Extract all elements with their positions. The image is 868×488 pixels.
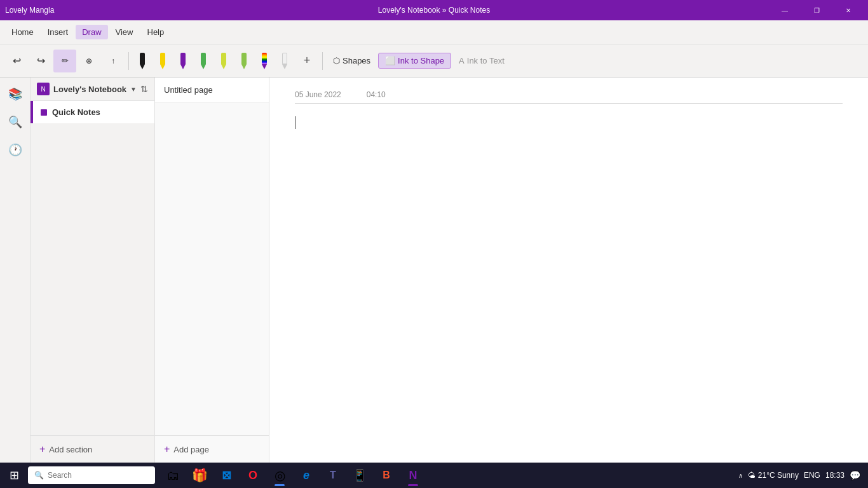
page-list: Untitled page	[155, 78, 269, 435]
add-page-label: Add page	[173, 445, 209, 454]
pen-olive[interactable]	[234, 50, 254, 72]
lasso-select-button[interactable]: ✏	[53, 50, 76, 72]
opera-icon: O	[248, 469, 257, 482]
section-panel: N Lovely's Notebook ▼ ⇅ Quick Notes + Ad…	[31, 78, 155, 463]
pen-purple[interactable]	[173, 50, 193, 72]
menu-insert[interactable]: Insert	[41, 25, 75, 39]
eraser-circle-button[interactable]: ⊕	[78, 50, 100, 72]
add-section-icon: +	[39, 444, 45, 455]
taskbar-app-widgets[interactable]: 🎁	[187, 463, 212, 488]
add-page-button[interactable]: + Add page	[155, 435, 269, 463]
user-section: Lovely Mangla	[5, 6, 54, 15]
add-pen-button[interactable]: +	[295, 50, 318, 72]
notebook-header[interactable]: N Lovely's Notebook ▼ ⇅	[31, 78, 154, 101]
pen-green[interactable]	[194, 50, 213, 72]
tray-expand-icon[interactable]: ∧	[738, 472, 743, 479]
notebooks-icon[interactable]: 📚	[4, 83, 27, 105]
menu-help[interactable]: Help	[141, 25, 171, 39]
user-name: Lovely Mangla	[5, 6, 54, 15]
taskbar-app-opera[interactable]: O	[240, 463, 266, 488]
pen-black[interactable]	[133, 50, 152, 72]
edge-icon: e	[303, 469, 309, 482]
ink-to-shape-button[interactable]: ⬜ Ink to Shape	[378, 53, 451, 69]
taskbar: ⊞ 🔍 🗂 🎁 ⊠ O ◎ e T	[0, 463, 868, 488]
notification-icon[interactable]: 💬	[850, 470, 860, 480]
search-rail-icon[interactable]: 🔍	[4, 111, 27, 133]
page-date-line: 05 June 2022 04:10	[295, 90, 843, 104]
ink-to-text-icon: A	[459, 56, 465, 65]
taskbar-apps: 🗂 🎁 ⊠ O ◎ e T 📱 B	[160, 463, 426, 488]
taskbar-app-explorer[interactable]: 🗂	[160, 463, 186, 488]
add-section-label: Add section	[49, 445, 92, 454]
taskbar-app-onenote[interactable]: N	[400, 463, 426, 488]
ink-to-text-label: Ink to Text	[467, 56, 505, 65]
explorer-icon: 🗂	[166, 468, 179, 483]
content-area[interactable]: 05 June 2022 04:10	[269, 78, 868, 463]
redo-button[interactable]: ↪	[29, 50, 52, 72]
section-item-quick-notes[interactable]: Quick Notes	[31, 101, 154, 123]
section-label: Quick Notes	[52, 107, 100, 117]
menu-view[interactable]: View	[109, 25, 140, 39]
pen-lime[interactable]	[214, 50, 233, 72]
weather-info: 🌤 21°C Sunny	[748, 471, 799, 480]
eraser-up-button[interactable]: ↑	[102, 50, 125, 72]
notebook-icon: N	[37, 83, 50, 95]
onenote-indicator	[408, 484, 418, 486]
titlebar: Lovely Mangla Lovely's Notebook » Quick …	[0, 0, 868, 20]
add-section-button[interactable]: + Add section	[31, 435, 154, 463]
add-page-icon: +	[164, 444, 170, 455]
menu-home[interactable]: Home	[5, 25, 40, 39]
sys-tray: ∧ 🌤 21°C Sunny ENG 18:33 💬	[738, 470, 865, 480]
page-time: 04:10	[367, 90, 386, 99]
onenote-icon: N	[409, 469, 417, 482]
clock: 18:33	[825, 471, 844, 480]
pen-yellow[interactable]	[153, 50, 172, 72]
history-icon[interactable]: 🕐	[4, 139, 27, 161]
page-panel: Untitled page + Add page	[155, 78, 269, 463]
whatsapp-icon: 📱	[353, 468, 367, 482]
toolbar: ↩ ↪ ✏ ⊕ ↑	[0, 44, 868, 78]
undo-button[interactable]: ↩	[5, 50, 28, 72]
menu-draw[interactable]: Draw	[76, 25, 107, 39]
taskbar-app-store[interactable]: ⊠	[214, 463, 239, 488]
taskbar-app-edge[interactable]: e	[294, 463, 319, 488]
section-list: Quick Notes	[31, 101, 154, 435]
taskbar-app-chrome[interactable]: ◎	[267, 463, 292, 488]
menubar: Home Insert Draw View Help	[0, 20, 868, 44]
ink-to-text-button[interactable]: A Ink to Text	[452, 53, 511, 68]
widgets-icon: 🎁	[192, 468, 208, 483]
taskbar-app-brave[interactable]: B	[374, 463, 399, 488]
toolbar-separator-2	[322, 52, 323, 70]
notebook-dropdown-icon: ▼	[130, 86, 137, 93]
section-color-dot	[41, 109, 47, 116]
notebook-name: Lovely's Notebook	[53, 85, 126, 94]
shapes-button[interactable]: ⬡ Shapes	[327, 53, 377, 68]
search-icon: 🔍	[34, 471, 44, 480]
minimize-button[interactable]: —	[770, 0, 799, 20]
close-button[interactable]: ✕	[834, 0, 863, 20]
icon-rail: 📚 🔍 🕐	[0, 78, 31, 463]
taskbar-app-teams[interactable]: T	[320, 463, 346, 488]
chrome-indicator	[275, 484, 285, 486]
page-content: 05 June 2022 04:10	[269, 78, 868, 463]
ink-to-shape-icon: ⬜	[385, 56, 395, 65]
ink-to-shape-label: Ink to Shape	[398, 56, 444, 65]
sort-icon[interactable]: ⇅	[140, 84, 148, 94]
taskbar-search[interactable]: 🔍	[28, 466, 155, 484]
brave-icon: B	[383, 470, 390, 481]
taskbar-app-whatsapp[interactable]: 📱	[347, 463, 372, 488]
shapes-label: Shapes	[342, 56, 370, 65]
main-layout: 📚 🔍 🕐 N Lovely's Notebook ▼ ⇅ Quick Note…	[0, 78, 868, 463]
search-input[interactable]	[48, 471, 137, 480]
weather-sun-icon: 🌤	[748, 471, 756, 480]
language-indicator: ENG	[804, 471, 820, 480]
page-item-untitled[interactable]: Untitled page	[155, 78, 269, 103]
maximize-button[interactable]: ❐	[802, 0, 831, 20]
window-title: Lovely's Notebook » Quick Notes	[378, 6, 490, 15]
page-label: Untitled page	[164, 85, 213, 95]
chrome-icon: ◎	[275, 468, 285, 483]
window-controls: — ❐ ✕	[770, 0, 863, 20]
pen-rainbow[interactable]	[255, 50, 274, 72]
pen-white[interactable]	[275, 50, 294, 72]
start-button[interactable]: ⊞	[3, 464, 25, 487]
